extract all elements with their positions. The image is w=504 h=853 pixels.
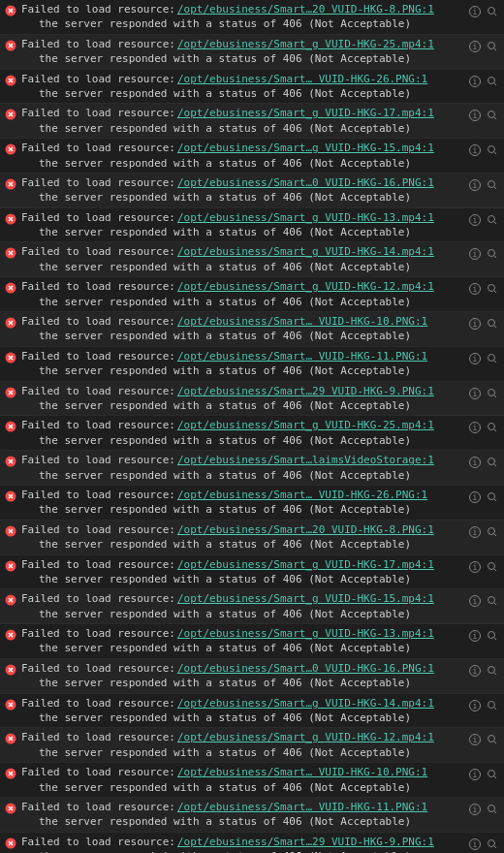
error-prefix: Failed to load resource: xyxy=(21,418,175,432)
search-icon[interactable] xyxy=(485,837,500,852)
info-icon[interactable]: i xyxy=(467,39,483,54)
info-icon[interactable]: i xyxy=(467,177,483,193)
info-icon[interactable]: i xyxy=(467,837,483,852)
search-icon[interactable] xyxy=(485,212,500,228)
info-icon[interactable]: i xyxy=(467,212,483,228)
info-icon[interactable]: i xyxy=(467,593,483,609)
info-icon[interactable]: i xyxy=(467,732,483,747)
error-link[interactable]: /opt/ebusiness/Smart_g VUID-HKG-17.mp4:1 xyxy=(177,106,434,120)
error-link[interactable]: /opt/ebusiness/Smart_g VUID-HKG-15.mp4:1 xyxy=(177,591,434,606)
error-link[interactable]: /opt/ebusiness/Smart…laimsVideoStorage:1 xyxy=(177,453,434,467)
error-link[interactable]: /opt/ebusiness/Smart… VUID-HKG-26.PNG:1 xyxy=(177,72,427,86)
info-icon[interactable]: i xyxy=(467,420,483,435)
info-icon[interactable]: i xyxy=(467,281,483,297)
search-icon[interactable] xyxy=(485,108,500,123)
error-link[interactable]: /opt/ebusiness/Smart…0 VUID-HKG-16.PNG:1 xyxy=(177,661,434,676)
error-prefix: Failed to load resource: xyxy=(21,765,175,779)
info-icon[interactable]: i xyxy=(467,524,483,540)
error-link[interactable]: /opt/ebusiness/Smart… VUID-HKG-10.PNG:1 xyxy=(177,314,427,329)
error-link[interactable]: /opt/ebusiness/Smart_g VUID-HKG-17.mp4:1 xyxy=(177,557,434,572)
error-link[interactable]: /opt/ebusiness/Smart…g VUID-HKG-15.mp4:1 xyxy=(177,141,434,155)
search-icon[interactable] xyxy=(485,802,500,817)
search-icon[interactable] xyxy=(485,142,500,158)
error-row: Failed to load resource: /opt/ebusiness/… xyxy=(0,347,504,382)
search-icon[interactable] xyxy=(485,628,500,644)
error-link[interactable]: /opt/ebusiness/Smart… VUID-HKG-11.PNG:1 xyxy=(177,800,427,814)
search-icon[interactable] xyxy=(485,177,500,193)
error-link[interactable]: /opt/ebusiness/Smart_g VUID-HKG-13.mp4:1 xyxy=(177,626,434,641)
info-icon[interactable]: i xyxy=(467,351,483,366)
error-circle-icon xyxy=(4,420,17,433)
svg-line-76 xyxy=(494,360,497,363)
error-link[interactable]: /opt/ebusiness/Smart…20 VUID-HKG-8.PNG:1 xyxy=(177,522,434,537)
search-icon[interactable] xyxy=(485,351,500,366)
info-icon[interactable]: i xyxy=(467,802,483,817)
search-icon[interactable] xyxy=(485,732,500,747)
error-circle-icon xyxy=(4,628,17,642)
search-icon[interactable] xyxy=(485,74,500,89)
svg-text:i: i xyxy=(473,216,478,225)
search-icon[interactable] xyxy=(485,663,500,679)
action-icons: i xyxy=(467,628,500,644)
error-link[interactable]: /opt/ebusiness/Smart_g VUID-HKG-14.mp4:1 xyxy=(177,244,434,259)
action-icons: i xyxy=(467,386,500,401)
info-icon[interactable]: i xyxy=(467,4,483,19)
error-link[interactable]: /opt/ebusiness/Smart_g VUID-HKG-13.mp4:1 xyxy=(177,210,434,225)
error-link[interactable]: /opt/ebusiness/Smart_g VUID-HKG-25.mp4:1 xyxy=(177,418,434,432)
error-circle-icon xyxy=(4,559,17,573)
error-row: Failed to load resource: /opt/ebusiness/… xyxy=(0,451,504,486)
search-icon[interactable] xyxy=(485,455,500,470)
info-icon[interactable]: i xyxy=(467,74,483,89)
error-link[interactable]: /opt/ebusiness/Smart_g VUID-HKG-25.mp4:1 xyxy=(177,37,434,51)
info-icon[interactable]: i xyxy=(467,767,483,782)
svg-point-89 xyxy=(488,424,495,430)
info-icon[interactable]: i xyxy=(467,663,483,679)
search-icon[interactable] xyxy=(485,246,500,262)
search-icon[interactable] xyxy=(485,316,500,332)
info-icon[interactable]: i xyxy=(467,490,483,505)
svg-point-96 xyxy=(488,458,495,465)
error-link[interactable]: /opt/ebusiness/Smart… VUID-HKG-10.PNG:1 xyxy=(177,765,427,779)
svg-line-111 xyxy=(494,533,497,536)
search-icon[interactable] xyxy=(485,386,500,401)
error-row: Failed to load resource: /opt/ebusiness/… xyxy=(0,104,504,139)
info-icon[interactable]: i xyxy=(467,559,483,575)
error-prefix: Failed to load resource: xyxy=(21,106,175,120)
info-icon[interactable]: i xyxy=(467,108,483,123)
error-link[interactable]: /opt/ebusiness/Smart_g VUID-HKG-12.mp4:1 xyxy=(177,730,434,744)
error-link[interactable]: /opt/ebusiness/Smart… VUID-HKG-26.PNG:1 xyxy=(177,488,427,502)
search-icon[interactable] xyxy=(485,420,500,435)
error-link[interactable]: /opt/ebusiness/Smart… VUID-HKG-11.PNG:1 xyxy=(177,349,427,363)
svg-point-12 xyxy=(488,42,495,48)
info-icon[interactable]: i xyxy=(467,386,483,401)
error-link[interactable]: /opt/ebusiness/Smart…29 VUID-HKG-9.PNG:1 xyxy=(177,384,434,398)
info-icon[interactable]: i xyxy=(467,246,483,262)
info-icon[interactable]: i xyxy=(467,698,483,713)
search-icon[interactable] xyxy=(485,593,500,609)
info-icon[interactable]: i xyxy=(467,142,483,158)
error-link[interactable]: /opt/ebusiness/Smart…0 VUID-HKG-16.PNG:1 xyxy=(177,175,434,190)
action-icons: i xyxy=(467,316,500,332)
svg-text:i: i xyxy=(473,8,478,16)
search-icon[interactable] xyxy=(485,39,500,54)
action-icons: i xyxy=(467,767,500,782)
search-icon[interactable] xyxy=(485,767,500,782)
error-link[interactable]: /opt/ebusiness/Smart…29 VUID-HKG-9.PNG:1 xyxy=(177,835,434,849)
info-icon[interactable]: i xyxy=(467,455,483,470)
error-prefix: Failed to load resource: xyxy=(21,244,175,259)
error-link[interactable]: /opt/ebusiness/Smart…20 VUID-HKG-8.PNG:1 xyxy=(177,2,434,16)
search-icon[interactable] xyxy=(485,490,500,505)
svg-line-97 xyxy=(494,464,497,467)
info-icon[interactable]: i xyxy=(467,628,483,644)
error-prefix: Failed to load resource: xyxy=(21,835,175,849)
error-prefix: Failed to load resource: xyxy=(21,453,175,467)
error-content: Failed to load resource: /opt/ebusiness/… xyxy=(21,591,463,621)
search-icon[interactable] xyxy=(485,559,500,575)
error-link[interactable]: /opt/ebusiness/Smart…g VUID-HKG-14.mp4:1 xyxy=(177,696,434,711)
search-icon[interactable] xyxy=(485,4,500,19)
error-link[interactable]: /opt/ebusiness/Smart_g VUID-HKG-12.mp4:1 xyxy=(177,279,434,294)
search-icon[interactable] xyxy=(485,524,500,540)
search-icon[interactable] xyxy=(485,698,500,713)
info-icon[interactable]: i xyxy=(467,316,483,332)
search-icon[interactable] xyxy=(485,281,500,297)
